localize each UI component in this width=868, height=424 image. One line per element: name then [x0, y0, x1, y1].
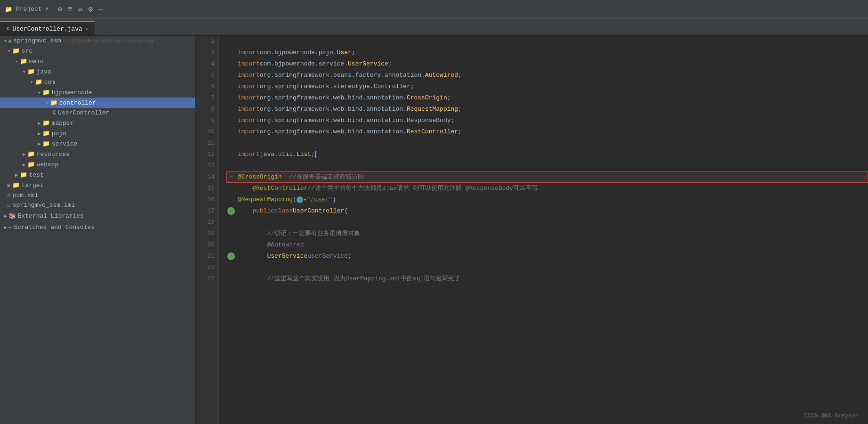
keyword-import-10: import — [238, 126, 260, 138]
fold-icon-12[interactable]: − — [230, 149, 233, 160]
semi-12: ; — [311, 149, 315, 160]
bjpowernode-folder-icon: 📁 — [42, 89, 50, 96]
class-10: RestController — [407, 126, 458, 138]
tree-service[interactable]: ▶ 📁 service — [0, 139, 195, 149]
code-line-16: − @RequestMapping(🌐▾"/user") — [226, 194, 868, 205]
arrow-right-icon: ▶ — [38, 130, 41, 137]
tab-close-icon[interactable]: ✕ — [85, 26, 88, 32]
minimize-icon[interactable]: — — [98, 5, 103, 14]
kw-class-17: class — [274, 205, 293, 217]
pkg-9: org.springframework.web.bind.annotation — [260, 115, 403, 126]
code-line-11 — [226, 138, 868, 149]
usercontroller-label: UserController — [58, 109, 109, 116]
fold-icon-16[interactable]: − — [230, 194, 233, 205]
pkg-12: java.util — [260, 149, 293, 160]
tree-pomxml[interactable]: m pom.xml — [0, 190, 195, 200]
tree-java[interactable]: ▾ 📁 java — [0, 66, 195, 77]
dot-12: . — [293, 149, 297, 160]
title-bar: 📁 Project ▼ ⊕ ≡ ⇌ ⚙ — — [0, 0, 868, 19]
tab-bar: C UserController.java ✕ — [0, 19, 868, 36]
tree-com[interactable]: ▾ 📁 com — [0, 77, 195, 87]
class-8: RequestMapping — [407, 104, 458, 115]
dropdown-icon: ▾ — [304, 194, 307, 205]
fold-icon-3[interactable]: − — [230, 47, 233, 58]
title-bar-project: 📁 Project ▼ — [5, 6, 48, 13]
keyword-import-3: import — [238, 47, 260, 58]
webapp-label: webapp — [37, 161, 59, 168]
tree-main[interactable]: ▾ 📁 main — [0, 56, 195, 66]
test-folder-icon: 📁 — [20, 171, 27, 179]
code-line-4: import com.bjpowernode.service.UserServi… — [226, 58, 868, 70]
semi-7: ; — [447, 92, 451, 104]
class-9: ResponseBody — [407, 115, 451, 126]
arrow-down-icon: ▾ — [4, 38, 7, 44]
tree-usercontroller-file[interactable]: C UserController — [0, 108, 195, 118]
string-close: " — [329, 194, 332, 205]
class-7: CrossOrigin — [407, 92, 447, 104]
annotation-restcontroller: @RestController — [252, 183, 307, 194]
tree-iml[interactable]: ◻ springmvc_ssm.iml — [0, 200, 195, 210]
tree-test[interactable]: ▶ 📁 test — [0, 170, 195, 180]
code-editor[interactable]: 2 3 4 5 6 7 8 9 10 11 12 13 14 15 16 17 … — [195, 36, 868, 424]
locate-icon[interactable]: ⊕ — [58, 5, 63, 14]
tree-webapp[interactable]: ▶ 📁 webapp — [0, 159, 195, 170]
keyword-import-8: import — [238, 104, 260, 115]
tab-usercontroller[interactable]: C UserController.java ✕ — [0, 21, 95, 35]
tree-bjpowernode[interactable]: ▾ 📁 bjpowernode — [0, 87, 195, 98]
indent-17 — [238, 205, 252, 217]
arrow-right-icon: ▶ — [4, 224, 7, 230]
dot-7: . — [403, 92, 407, 104]
line-num-17: 17 — [199, 205, 215, 217]
semi-8: ; — [458, 104, 462, 115]
mapper-folder-icon: 📁 — [42, 119, 50, 127]
external-libraries[interactable]: ▶ 📚 External Libraries — [0, 210, 195, 221]
keyword-import-4: import — [238, 58, 260, 70]
dot-4: . — [344, 58, 348, 70]
tree-mapper[interactable]: ▶ 📁 mapper — [0, 118, 195, 128]
java-file-icon: C — [53, 110, 56, 116]
settings-icon[interactable]: ⚙ — [88, 5, 93, 14]
gutter-21: 🌿 — [226, 252, 236, 261]
code-line-23: //这里写这个其实没用 因为UserMapping.xml中的sql语句被写死了 — [226, 273, 868, 285]
kw-public-17: public — [252, 205, 274, 217]
scratches-and-consoles[interactable]: ▶ ✏ Scratches and Consoles — [0, 221, 195, 233]
tree-src[interactable]: ▾ 📁 src — [0, 46, 195, 56]
code-content: − import com.bjpowernode.pojo.User; impo… — [219, 36, 868, 424]
pomxml-label: pom.xml — [13, 192, 39, 199]
tree-resources[interactable]: ▶ 📁 resources — [0, 149, 195, 159]
tree-root[interactable]: ▾ ▣ springmvc_ssm E:\IDEA\Projects\sprin… — [0, 36, 195, 46]
indent-15 — [238, 183, 252, 194]
line-num-3: 3 — [199, 47, 215, 58]
space-14 — [282, 171, 289, 183]
type-userservice: UserService — [267, 251, 307, 262]
expand-icon[interactable]: ⇌ — [78, 5, 83, 14]
class-4: UserService — [348, 58, 388, 70]
keyword-import-7: import — [238, 92, 260, 104]
tab-label: UserController.java — [13, 25, 82, 33]
tree-controller[interactable]: ▾ 📁 controller — [0, 98, 195, 108]
globe-icon: 🌐 — [297, 196, 303, 203]
fold-icon-14[interactable]: − — [230, 171, 233, 183]
bean-icon: 🌿 — [227, 207, 235, 215]
dot-3: . — [333, 47, 337, 58]
tree-target[interactable]: ▶ 📁 target — [0, 180, 195, 190]
scratches-icon: ✏ — [8, 223, 12, 231]
collapse-icon[interactable]: ≡ — [68, 5, 72, 14]
line-num-22: 22 — [199, 262, 215, 273]
arrow-down-icon: ▾ — [30, 79, 33, 85]
tree-pojo[interactable]: ▶ 📁 pojo — [0, 128, 195, 139]
line-num-13: 13 — [199, 160, 215, 171]
service-label: service — [52, 140, 78, 147]
code-line-21: 🌿 UserService userService; — [226, 251, 868, 262]
code-line-3: − import com.bjpowernode.pojo.User; — [226, 47, 868, 58]
line-numbers: 2 3 4 5 6 7 8 9 10 11 12 13 14 15 16 17 … — [195, 36, 219, 424]
code-line-20: @Autowired — [226, 239, 868, 251]
line-num-23: 23 — [199, 273, 215, 285]
arrow-right-icon: ▶ — [4, 213, 7, 219]
target-label: target — [22, 182, 44, 189]
arrow-right-icon: ▶ — [38, 141, 41, 147]
iml-label: springmvc_ssm.iml — [13, 202, 75, 209]
pojo-folder-icon: 📁 — [42, 130, 50, 137]
code-line-14: − @CrossOrigin //在服务器端支持跨域访问 — [226, 171, 868, 183]
keyword-import-5: import — [238, 70, 260, 81]
